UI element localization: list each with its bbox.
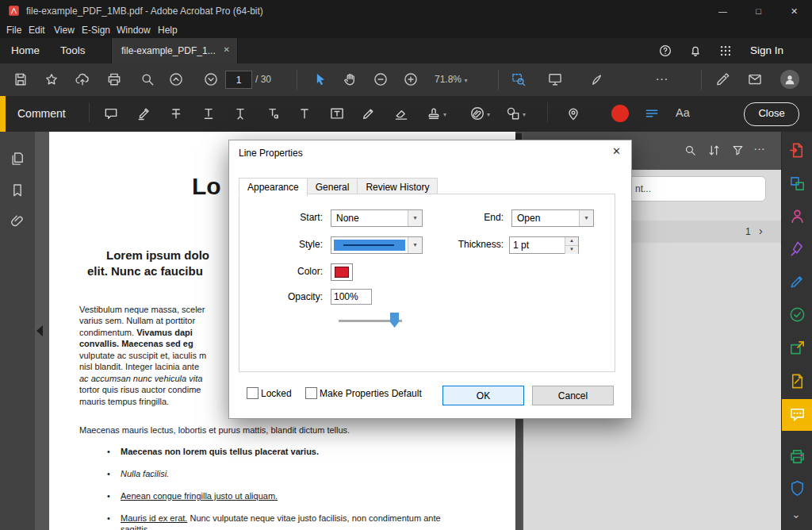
page-number-input[interactable] bbox=[225, 71, 252, 89]
chevron-right-icon[interactable]: › bbox=[759, 225, 763, 237]
close-comment-button[interactable]: Close bbox=[744, 102, 799, 126]
zoom-in-icon[interactable] bbox=[403, 71, 419, 87]
locked-checkbox[interactable] bbox=[247, 387, 259, 399]
tool-fill-sign-icon[interactable] bbox=[788, 272, 806, 290]
tool-request-signatures-icon[interactable] bbox=[788, 207, 806, 225]
share-upload-icon[interactable] bbox=[75, 71, 90, 87]
search-comments-icon[interactable] bbox=[684, 144, 697, 157]
tool-certificates-icon[interactable] bbox=[788, 305, 806, 324]
hand-tool-icon[interactable] bbox=[343, 71, 358, 87]
menu-edit[interactable]: Edit bbox=[29, 25, 45, 36]
select-tool-icon[interactable] bbox=[312, 71, 328, 87]
ok-button[interactable]: OK bbox=[442, 386, 524, 405]
sticky-note-icon[interactable] bbox=[103, 106, 119, 121]
end-dropdown[interactable]: Open ▾ bbox=[511, 209, 594, 227]
tab-close-icon[interactable]: ✕ bbox=[224, 45, 230, 54]
tab-home[interactable]: Home bbox=[11, 44, 40, 56]
tool-protect-icon[interactable] bbox=[788, 479, 806, 497]
style-dropdown[interactable]: ▾ bbox=[331, 236, 423, 254]
menu-esign[interactable]: E-Sign bbox=[82, 25, 110, 36]
dialog-close-icon[interactable]: ✕ bbox=[612, 145, 621, 157]
close-window-button[interactable]: ✕ bbox=[776, 0, 812, 22]
opacity-slider-thumb[interactable] bbox=[390, 313, 399, 328]
shapes-icon[interactable] bbox=[505, 106, 521, 121]
email-envelope-icon[interactable] bbox=[747, 71, 763, 87]
menu-file[interactable]: File bbox=[6, 25, 21, 36]
presentation-screen-icon[interactable] bbox=[547, 71, 563, 87]
previous-page-icon[interactable] bbox=[168, 71, 184, 87]
pin-icon[interactable] bbox=[565, 106, 581, 121]
insert-text-icon[interactable] bbox=[232, 106, 248, 121]
chevron-down-icon[interactable]: ▾ bbox=[487, 111, 490, 118]
help-icon[interactable] bbox=[658, 44, 672, 58]
attachments-icon[interactable] bbox=[10, 213, 25, 229]
minimize-button[interactable]: — bbox=[705, 0, 741, 22]
chevron-down-icon[interactable]: ▾ bbox=[443, 111, 446, 118]
sort-comments-icon[interactable] bbox=[707, 144, 721, 157]
comment-search-text: nt... bbox=[635, 183, 651, 194]
eraser-icon[interactable] bbox=[393, 106, 409, 121]
chevron-down-icon[interactable]: ▾ bbox=[579, 210, 593, 226]
annotation-color-swatch[interactable] bbox=[611, 105, 629, 122]
user-avatar[interactable] bbox=[780, 70, 799, 89]
spin-down-icon[interactable]: ▼ bbox=[565, 245, 578, 254]
chevron-down-icon[interactable]: ▾ bbox=[408, 210, 422, 226]
chevron-down-icon[interactable]: ▾ bbox=[523, 111, 526, 118]
line-style-icon[interactable] bbox=[644, 106, 660, 121]
tool-print-production-icon[interactable] bbox=[788, 447, 806, 466]
attach-file-icon[interactable] bbox=[469, 106, 485, 121]
menu-window[interactable]: Window bbox=[117, 25, 151, 36]
more-tools-chevron-icon[interactable]: ⌄ bbox=[791, 508, 801, 520]
bookmarks-icon[interactable] bbox=[10, 182, 25, 198]
add-text-icon[interactable] bbox=[297, 106, 312, 121]
print-icon[interactable] bbox=[106, 71, 122, 87]
pencil-draw-icon[interactable] bbox=[361, 106, 377, 121]
tool-esign-icon[interactable] bbox=[788, 240, 806, 258]
chevron-down-icon[interactable]: ▾ bbox=[408, 237, 422, 253]
stamp-icon[interactable] bbox=[426, 106, 442, 121]
zoom-level-dropdown[interactable]: 71.8% ▾ bbox=[435, 74, 467, 85]
star-icon[interactable] bbox=[44, 71, 59, 87]
replace-text-icon[interactable] bbox=[265, 106, 281, 121]
thickness-spinner[interactable]: ▲ ▼ bbox=[509, 236, 579, 254]
menu-view[interactable]: View bbox=[54, 25, 75, 36]
underline-text-icon[interactable] bbox=[201, 106, 216, 121]
page-thumbnails-icon[interactable] bbox=[10, 151, 25, 167]
tab-appearance[interactable]: Appearance bbox=[239, 178, 308, 197]
filter-funnel-icon[interactable] bbox=[731, 144, 745, 157]
menu-help[interactable]: Help bbox=[158, 25, 178, 36]
cancel-button[interactable]: Cancel bbox=[532, 386, 614, 405]
highlighter-icon[interactable] bbox=[136, 106, 152, 121]
maximize-button[interactable]: □ bbox=[741, 0, 776, 22]
ink-pen-icon[interactable] bbox=[590, 71, 606, 87]
start-dropdown[interactable]: None ▾ bbox=[331, 209, 423, 227]
more-tools-ellipsis[interactable]: … bbox=[655, 68, 669, 84]
notifications-bell-icon[interactable] bbox=[688, 44, 703, 58]
text-appearance-button[interactable]: Aa bbox=[676, 106, 690, 119]
sign-in-button[interactable]: Sign In bbox=[750, 44, 783, 56]
opacity-input[interactable] bbox=[331, 289, 372, 305]
tab-document[interactable]: file-example_PDF_1... ✕ bbox=[111, 38, 238, 63]
signature-pen-icon[interactable] bbox=[715, 71, 731, 87]
spin-up-icon[interactable]: ▲ bbox=[565, 237, 578, 245]
next-page-icon[interactable] bbox=[203, 71, 219, 87]
tool-comment-selected[interactable] bbox=[782, 399, 812, 431]
tab-tools[interactable]: Tools bbox=[60, 44, 86, 56]
color-picker-button[interactable] bbox=[331, 263, 353, 281]
save-icon[interactable] bbox=[13, 71, 29, 87]
thickness-input[interactable] bbox=[510, 237, 565, 253]
make-default-checkbox[interactable] bbox=[305, 387, 317, 399]
search-icon[interactable] bbox=[140, 71, 155, 87]
text-box-icon[interactable] bbox=[329, 106, 345, 121]
collapse-panel-arrow-icon[interactable] bbox=[36, 325, 43, 336]
strikethrough-text-icon[interactable] bbox=[168, 106, 184, 121]
tool-edit-pdf-icon[interactable] bbox=[788, 372, 806, 390]
zoom-out-icon[interactable] bbox=[373, 71, 389, 87]
app-grid-icon[interactable] bbox=[718, 44, 733, 58]
marquee-zoom-icon[interactable] bbox=[511, 71, 527, 87]
style-label: Style: bbox=[255, 239, 323, 250]
pane-more-options[interactable]: … bbox=[753, 139, 766, 152]
tool-create-pdf-icon[interactable] bbox=[788, 339, 806, 357]
tool-organize-pages-icon[interactable] bbox=[788, 175, 806, 193]
tool-export-pdf-icon[interactable] bbox=[788, 141, 806, 159]
